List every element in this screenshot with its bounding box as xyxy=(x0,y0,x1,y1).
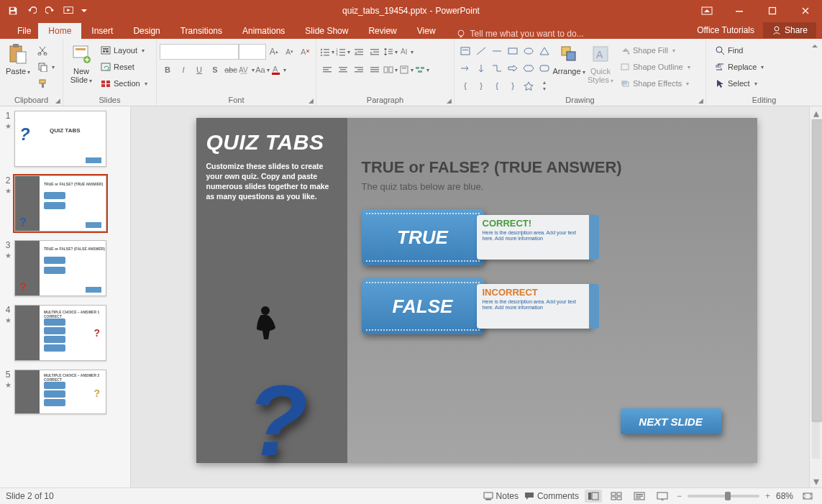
current-slide[interactable]: QUIZ TABS Customize these slides to crea… xyxy=(196,118,757,463)
bold-icon[interactable]: B xyxy=(160,62,175,78)
line-spacing-icon[interactable]: ▾ xyxy=(383,44,398,60)
strikethrough-icon[interactable]: abc xyxy=(223,62,239,78)
align-right-icon[interactable] xyxy=(351,62,367,78)
italic-icon[interactable]: I xyxy=(175,62,191,78)
text-direction-icon[interactable]: A▾ xyxy=(398,44,414,60)
copy-button[interactable]: ▾ xyxy=(35,59,58,75)
save-icon[interactable] xyxy=(4,2,22,19)
align-left-icon[interactable] xyxy=(319,62,335,78)
clipboard-dialog-launcher[interactable]: ◢ xyxy=(55,97,60,104)
shapes-more-icon[interactable]: ▴▾ xyxy=(536,78,552,93)
question-mark-graphic[interactable]: ? xyxy=(247,375,309,466)
bullets-icon[interactable]: ▾ xyxy=(319,44,335,60)
zoom-out-button[interactable]: − xyxy=(677,491,682,501)
smartart-convert-icon[interactable]: ▾ xyxy=(414,62,430,78)
slide-thumbnail-2[interactable]: TRUE or FALSE? (TRUE ANSWER)? xyxy=(14,175,106,232)
drawing-dialog-launcher[interactable]: ◢ xyxy=(698,97,703,104)
justify-icon[interactable] xyxy=(367,62,383,78)
zoom-level[interactable]: 68% xyxy=(776,491,793,501)
slide-thumbnail-5[interactable]: MULTIPLE CHOICE – ANSWER 2 CORRECT? xyxy=(14,370,106,414)
new-slide-button[interactable]: New Slide▾ xyxy=(66,41,96,96)
notes-button[interactable]: Notes xyxy=(483,491,519,501)
tell-me-search[interactable]: Tell me what you want to do... xyxy=(456,29,584,39)
font-dialog-launcher[interactable]: ◢ xyxy=(309,97,314,104)
zoom-slider-knob[interactable] xyxy=(725,492,731,500)
tab-slideshow[interactable]: Slide Show xyxy=(295,23,358,39)
question-title[interactable]: TRUE or FALSE? (TRUE ANSWER) xyxy=(362,158,740,177)
underline-icon[interactable]: U xyxy=(191,62,207,78)
columns-icon[interactable]: ▾ xyxy=(383,62,398,78)
reading-view-icon[interactable] xyxy=(631,490,648,503)
false-tab[interactable]: FALSE INCORRECT Here is the description … xyxy=(362,278,599,334)
shape-effects-button[interactable]: Shape Effects▾ xyxy=(617,75,693,91)
shape-fill-button[interactable]: Shape Fill▾ xyxy=(617,42,693,58)
tab-review[interactable]: Review xyxy=(358,23,406,39)
numbering-icon[interactable]: 123▾ xyxy=(335,44,351,60)
align-center-icon[interactable] xyxy=(335,62,351,78)
font-name-combo[interactable] xyxy=(160,44,239,60)
share-button[interactable]: Share xyxy=(763,22,816,38)
start-from-beginning-icon[interactable] xyxy=(60,2,78,19)
qat-customize-icon[interactable] xyxy=(79,2,89,19)
decrease-font-icon[interactable]: A▾ xyxy=(282,44,298,60)
question-subtitle[interactable]: The quiz tabs below are blue. xyxy=(362,181,740,192)
char-spacing-icon[interactable]: AV▾ xyxy=(239,62,255,78)
text-shadow-icon[interactable]: S xyxy=(207,62,223,78)
next-slide-button[interactable]: NEXT SLIDE xyxy=(621,408,721,434)
paste-button[interactable]: Paste▾ xyxy=(3,41,33,96)
slideshow-view-icon[interactable] xyxy=(654,490,671,503)
align-text-icon[interactable]: ▾ xyxy=(398,62,414,78)
slide-description[interactable]: Customize these slides to create your ow… xyxy=(206,161,337,202)
find-button[interactable]: Find xyxy=(712,42,767,58)
undo-icon[interactable] xyxy=(23,2,40,19)
scroll-thumb[interactable] xyxy=(812,119,822,421)
replace-button[interactable]: abReplace▾ xyxy=(712,59,767,75)
normal-view-icon[interactable] xyxy=(585,490,602,503)
tab-design[interactable]: Design xyxy=(123,23,170,39)
shapes-gallery[interactable]: { } { } ▴▾ xyxy=(457,41,552,96)
zoom-slider[interactable] xyxy=(688,495,759,498)
reset-button[interactable]: Reset xyxy=(98,59,150,75)
paragraph-dialog-launcher[interactable]: ◢ xyxy=(447,97,452,104)
tab-home[interactable]: Home xyxy=(38,23,81,39)
font-color-icon[interactable]: A▾ xyxy=(270,62,286,78)
format-painter-button[interactable] xyxy=(35,75,58,91)
tab-insert[interactable]: Insert xyxy=(81,23,123,39)
tab-view[interactable]: View xyxy=(407,23,446,39)
fit-to-window-icon[interactable] xyxy=(799,490,816,503)
slide-thumbnail-1[interactable]: ?QUIZ TABS xyxy=(14,111,106,167)
select-button[interactable]: Select▾ xyxy=(712,75,767,91)
close-button[interactable] xyxy=(789,0,822,21)
office-tutorials-link[interactable]: Office Tutorials xyxy=(688,22,763,38)
tab-transitions[interactable]: Transitions xyxy=(170,23,232,39)
scroll-down-icon[interactable]: ▾ xyxy=(810,475,822,487)
true-tab[interactable]: TRUE CORRECT! Here is the description ar… xyxy=(362,209,599,265)
zoom-in-button[interactable]: + xyxy=(765,491,770,501)
minimize-button[interactable] xyxy=(723,0,756,21)
decrease-indent-icon[interactable] xyxy=(351,44,367,60)
editor-scrollbar[interactable]: ▴ ▾ xyxy=(809,106,822,487)
tab-animations[interactable]: Animations xyxy=(232,23,295,39)
comments-button[interactable]: Comments xyxy=(524,491,579,501)
quick-styles-button[interactable]: A Quick Styles▾ xyxy=(585,41,616,96)
ribbon-display-options-icon[interactable] xyxy=(693,0,721,21)
slide-thumbnail-4[interactable]: MULTIPLE CHOICE – ANSWER 1 CORRECT? xyxy=(14,305,106,361)
layout-button[interactable]: Layout▾ xyxy=(98,42,150,58)
slide-editor[interactable]: QUIZ TABS Customize these slides to crea… xyxy=(131,106,822,487)
increase-font-icon[interactable]: A▴ xyxy=(266,44,282,60)
slide-heading[interactable]: QUIZ TABS xyxy=(206,131,337,154)
clear-formatting-icon[interactable]: A xyxy=(297,44,313,60)
scroll-up-icon[interactable]: ▴ xyxy=(810,106,822,119)
change-case-icon[interactable]: Aa▾ xyxy=(255,62,270,78)
shape-outline-button[interactable]: Shape Outline▾ xyxy=(617,59,693,75)
arrange-button[interactable]: Arrange▾ xyxy=(554,41,584,96)
font-size-combo[interactable] xyxy=(239,44,266,60)
slide-indicator[interactable]: Slide 2 of 10 xyxy=(6,491,54,501)
cut-button[interactable] xyxy=(35,42,58,58)
collapse-ribbon-icon[interactable] xyxy=(810,42,819,50)
slide-thumbnail-3[interactable]: TRUE or FALSE? (FALSE ANSWER)? xyxy=(14,240,106,296)
maximize-button[interactable] xyxy=(756,0,789,21)
tab-file[interactable]: File xyxy=(10,23,38,39)
slide-thumbnail-panel[interactable]: 1★ ?QUIZ TABS 2★ TRUE or FALSE? (TRUE AN… xyxy=(0,106,131,487)
redo-icon[interactable] xyxy=(42,2,59,19)
